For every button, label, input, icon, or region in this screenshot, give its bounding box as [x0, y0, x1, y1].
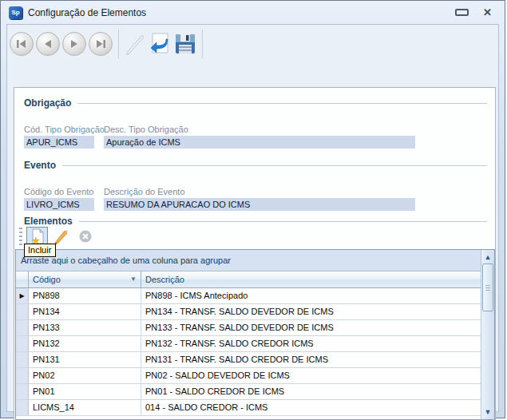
section-evento-title: Evento	[24, 160, 487, 171]
cell-descricao: PN01 - SALDO CREDOR DE ICMS	[141, 384, 481, 400]
row-indicator	[16, 320, 29, 336]
table-row[interactable]: PN01PN01 - SALDO CREDOR DE ICMS	[16, 384, 481, 400]
edit-pencil-icon	[124, 33, 145, 55]
undo-button[interactable]	[148, 30, 172, 57]
first-record-button[interactable]	[10, 32, 34, 56]
scroll-up-icon[interactable]: ▲	[481, 251, 494, 263]
header-codigo[interactable]: Código ▼	[29, 271, 141, 287]
table-row[interactable]: ▶PN898PN898 - ICMS Antecipado	[16, 288, 481, 304]
vertical-scrollbar[interactable]: ▲ ▼	[481, 250, 494, 419]
table-row[interactable]: PN132PN132 - TRANSF. SALDO CREDOR ICMS	[16, 336, 481, 352]
label-desc-tipo-obrigacao: Desc. Tipo Obrigação	[104, 125, 188, 134]
edit-pencil-icon	[53, 228, 69, 244]
elementos-toolbar: ★	[18, 225, 492, 248]
dialog-window: Sp Configuração de Elementos ✕	[0, 0, 505, 418]
section-obrigacao-title: Obrigação	[24, 97, 487, 109]
new-document-star-icon: ★	[30, 228, 46, 244]
cell-descricao: PN134 - TRANSF. SALDO DEVEDOR DE ICMS	[141, 304, 481, 320]
row-indicator	[16, 304, 29, 320]
edit-button[interactable]	[122, 30, 146, 57]
row-indicator	[16, 368, 29, 384]
table-row[interactable]: PN133PN133 - TRANSF. SALDO DEVEDOR DE IC…	[16, 320, 481, 336]
field-codigo-evento[interactable]: LIVRO_ICMS	[24, 198, 94, 211]
save-floppy-icon	[174, 33, 196, 55]
cell-codigo: PN133	[29, 320, 141, 336]
header-descricao[interactable]: Descrição	[141, 271, 481, 287]
header-indicator	[16, 271, 29, 287]
cell-codigo: PN132	[29, 336, 141, 352]
row-indicator: ▶	[16, 288, 29, 304]
group-by-panel[interactable]: Arraste aqui o cabeçalho de uma coluna p…	[16, 250, 481, 271]
grid-rows: ▶PN898PN898 - ICMS AntecipadoPN134PN134 …	[16, 288, 481, 416]
cell-descricao: PN02 - SALDO DEVEDOR DE ICMS	[141, 368, 481, 384]
section-label: Evento	[24, 160, 56, 171]
cell-descricao: PN132 - TRANSF. SALDO CREDOR ICMS	[141, 336, 481, 352]
section-rule	[77, 103, 487, 104]
section-rule	[62, 165, 487, 166]
titlebar[interactable]: Sp Configuração de Elementos ✕	[1, 1, 505, 24]
cell-codigo: PN898	[29, 288, 141, 304]
row-indicator	[16, 336, 29, 352]
first-record-icon	[16, 39, 27, 49]
grid-header-row: Código ▼ Descrição	[16, 271, 481, 288]
delete-circle-icon	[78, 229, 93, 244]
toolbar-separator	[118, 30, 119, 58]
cell-codigo: PN134	[29, 304, 141, 320]
label-cod-tipo-obrigacao: Cód. Tipo Obrigação	[24, 125, 105, 134]
window-title: Configuração de Elementos	[28, 7, 455, 18]
elements-grid: Arraste aqui o cabeçalho de uma coluna p…	[15, 249, 495, 420]
previous-record-button[interactable]	[36, 32, 60, 56]
previous-record-icon	[43, 39, 53, 49]
label-codigo-evento: Código do Evento	[24, 187, 93, 196]
app-icon: Sp	[9, 6, 22, 19]
next-record-icon	[69, 39, 79, 49]
table-row[interactable]: PN134PN134 - TRANSF. SALDO DEVEDOR DE IC…	[16, 304, 481, 320]
field-desc-tipo-obrigacao[interactable]: Apuração de ICMS	[104, 136, 415, 149]
cell-descricao: PN898 - ICMS Antecipado	[141, 288, 481, 304]
table-row[interactable]: PN131PN131 - TRANSF. SALDO CREDOR DE ICM…	[16, 352, 481, 368]
cell-descricao: PN131 - TRANSF. SALDO CREDOR DE ICMS	[141, 352, 481, 368]
undo-icon	[149, 33, 170, 55]
scroll-down-icon[interactable]: ▼	[481, 406, 494, 418]
field-cod-tipo-obrigacao[interactable]: APUR_ICMS	[24, 136, 94, 149]
table-row[interactable]: PN02PN02 - SALDO DEVEDOR DE ICMS	[16, 368, 481, 384]
row-indicator	[16, 384, 29, 400]
table-row[interactable]: LICMS_14014 - SALDO CREDOR - ICMS	[16, 400, 481, 416]
cell-codigo: LICMS_14	[29, 400, 141, 416]
toolbar-separator	[202, 30, 203, 58]
header-codigo-label: Código	[33, 275, 61, 284]
toolbar-grip[interactable]	[19, 228, 22, 245]
close-button[interactable]: ✕	[483, 7, 492, 18]
header-descricao-label: Descrição	[145, 275, 184, 284]
current-row-arrow-icon: ▶	[19, 288, 24, 303]
client-area: Obrigação Cód. Tipo Obrigação Desc. Tipo…	[6, 24, 499, 412]
record-toolbar	[7, 25, 498, 63]
delete-element-button[interactable]	[74, 227, 96, 247]
field-descricao-evento[interactable]: RESUMO DA APURACAO DO ICMS	[104, 198, 415, 211]
row-indicator	[16, 352, 29, 368]
next-record-button[interactable]	[62, 32, 86, 56]
cell-descricao: 014 - SALDO CREDOR - ICMS	[141, 400, 481, 416]
save-button[interactable]	[173, 30, 197, 57]
cell-codigo: PN131	[29, 352, 141, 368]
tooltip: Incluir	[24, 244, 56, 257]
filter-dropdown-icon[interactable]: ▼	[130, 276, 137, 283]
section-label: Obrigação	[24, 97, 71, 109]
minimize-button[interactable]	[455, 9, 469, 16]
cell-codigo: PN01	[29, 384, 141, 400]
label-descricao-evento: Descrição do Evento	[104, 187, 185, 196]
cell-descricao: PN133 - TRANSF. SALDO DEVEDOR DE ICMS	[141, 320, 481, 336]
row-indicator	[16, 400, 29, 416]
cell-codigo: PN02	[29, 368, 141, 384]
last-record-icon	[95, 39, 106, 49]
form-panel: Obrigação Cód. Tipo Obrigação Desc. Tipo…	[14, 87, 496, 420]
scrollbar-thumb[interactable]	[482, 263, 493, 311]
section-rule	[79, 221, 487, 222]
last-record-button[interactable]	[89, 32, 113, 56]
